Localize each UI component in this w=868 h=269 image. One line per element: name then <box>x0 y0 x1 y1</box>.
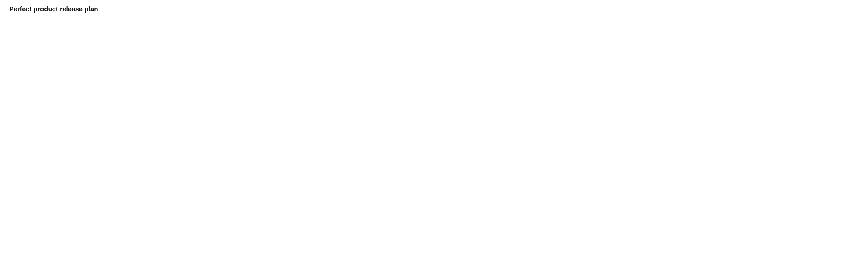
page-title: Perfect product release plan <box>0 0 868 18</box>
